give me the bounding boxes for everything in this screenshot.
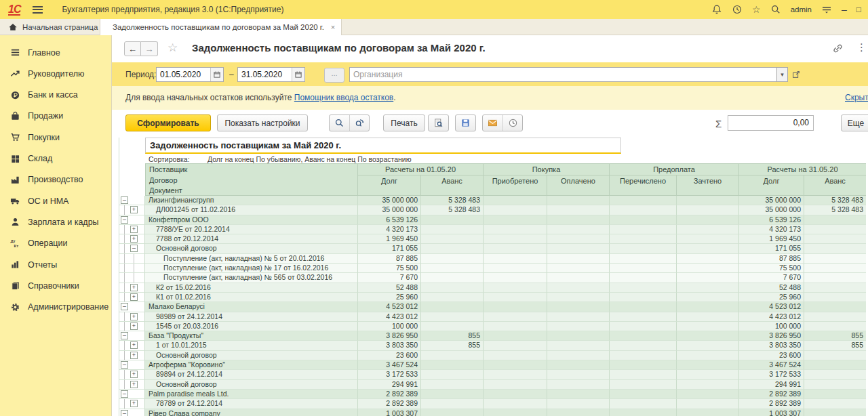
minimize-icon[interactable]: – [842, 5, 847, 14]
assistant-link[interactable]: Помощник ввода остатков [294, 93, 393, 102]
sidebar-item-directories[interactable]: Справочники [0, 275, 112, 296]
organization-open-icon[interactable] [790, 68, 802, 81]
hide-link[interactable]: Скрыть [845, 93, 868, 102]
more-menu-icon[interactable]: ⋮ [856, 41, 867, 54]
forward-button[interactable]: → [141, 41, 158, 56]
sidebar-item-operations[interactable]: ДтКтОперации [0, 233, 112, 254]
sidebar-item-warehouse[interactable]: Склад [0, 148, 112, 169]
print-button[interactable]: Печать [383, 115, 425, 131]
table-row[interactable]: –Palm paradise meals Ltd.2 892 3892 892 … [119, 390, 866, 399]
table-row[interactable]: +98989 от 24.12.20144 423 0124 423 012 [119, 312, 866, 322]
table-row[interactable]: Поступление (акт, накладная) № 5 от 20.0… [119, 254, 866, 264]
column-header[interactable]: Аванс [421, 175, 484, 196]
table-row[interactable]: –База "Продукты"3 826 9508553 826 950855 [119, 331, 866, 341]
sum-field[interactable]: 0,00 [728, 115, 814, 131]
column-header[interactable]: Аванс [804, 175, 866, 196]
organization-field[interactable]: Организация [349, 67, 777, 82]
expander-icon[interactable]: + [130, 323, 138, 330]
sidebar-item-bank[interactable]: Банк и касса [0, 85, 112, 106]
show-settings-button[interactable]: Показать настройки [217, 115, 308, 131]
sidebar-item-purchases[interactable]: Покупки [0, 127, 112, 148]
table-row[interactable]: +К1 от 01.02.201625 96025 960 [119, 293, 866, 302]
find-icon[interactable] [330, 115, 349, 131]
table-row[interactable]: –Агроферма "Коровино"3 467 5243 467 524 [119, 360, 866, 370]
table-row[interactable]: Поступление (акт, накладная) № 565 от 03… [119, 273, 866, 283]
table-row[interactable]: +К2 от 15.02.201652 48852 488 [119, 283, 866, 293]
expander-icon[interactable]: + [130, 381, 138, 388]
table-row[interactable]: +7788 от 20.12.20141 969 4501 969 450 [119, 234, 866, 244]
search-icon[interactable] [770, 4, 781, 15]
expander-icon[interactable]: – [121, 196, 128, 204]
more-button[interactable]: Еще [841, 115, 868, 131]
expander-icon[interactable]: + [130, 293, 138, 301]
table-row[interactable]: –Лизингфинансгрупп35 000 0005 328 48335 … [119, 196, 866, 205]
sidebar-item-admin[interactable]: Администрирование [0, 297, 112, 318]
sidebar-item-production[interactable]: Производство [0, 169, 112, 190]
refresh-search-icon[interactable] [349, 115, 369, 131]
table-row[interactable]: +89894 от 24.12.20143 172 5333 172 533 [119, 370, 866, 379]
print-preview-icon[interactable] [429, 115, 448, 131]
tab-report[interactable]: Задолженность поставщикам по договорам з… [100, 19, 342, 35]
main-menu-icon[interactable] [33, 6, 43, 14]
expander-icon[interactable]: – [121, 390, 128, 398]
expander-icon[interactable]: + [130, 341, 138, 349]
history-icon[interactable] [732, 4, 743, 15]
sidebar-item-reports[interactable]: Отчеты [0, 254, 112, 275]
schedule-icon[interactable] [502, 115, 522, 131]
expander-icon[interactable]: + [130, 352, 138, 359]
tab-home-page[interactable]: Начальная страница [0, 19, 100, 35]
favorite-star-icon[interactable]: ☆ [167, 41, 178, 55]
column-header[interactable]: Долг [358, 175, 421, 196]
table-row[interactable]: +7788/УЕ от 20.12.20144 320 1734 320 173 [119, 225, 866, 234]
column-header[interactable]: Оплачено [547, 175, 610, 196]
expander-icon[interactable]: – [121, 303, 128, 310]
table-row[interactable]: Поступление (акт, накладная) № 17 от 16.… [119, 264, 866, 273]
get-link-icon[interactable] [832, 43, 844, 57]
column-header[interactable]: Долг [739, 175, 804, 196]
table-row[interactable]: +Основной договор23 60023 600 [119, 351, 866, 360]
table-row[interactable]: –Конфетпром ООО6 539 1266 539 126 [119, 215, 866, 225]
sidebar-item-assets[interactable]: ОС и НМА [0, 190, 112, 211]
user-menu-icon[interactable] [821, 4, 832, 15]
table-row[interactable]: +ДЛ001245 от 11.02.201635 000 0005 328 4… [119, 205, 866, 215]
expander-icon[interactable]: + [130, 400, 138, 407]
expander-icon[interactable]: + [130, 284, 138, 291]
sidebar-item-sales[interactable]: Продажи [0, 106, 112, 127]
save-icon[interactable] [456, 115, 475, 131]
organization-dropdown-icon[interactable]: ▾ [777, 67, 788, 82]
table-row[interactable]: –Малако Беларусi4 523 0124 523 012 [119, 302, 866, 312]
current-user[interactable]: admin [791, 5, 812, 14]
expander-icon[interactable]: – [121, 410, 128, 416]
back-button[interactable]: ← [124, 41, 141, 56]
expander-icon[interactable]: + [130, 313, 138, 320]
table-row[interactable]: +78789 от 24.12.20142 892 3892 892 389 [119, 399, 866, 409]
expander-icon[interactable]: – [121, 332, 128, 339]
table-row[interactable]: –Основной договор171 055171 055 [119, 244, 866, 253]
expander-icon[interactable]: + [130, 371, 138, 378]
email-icon[interactable] [483, 115, 502, 131]
column-header[interactable]: Зачтено [677, 175, 739, 196]
table-row[interactable]: +Основной договор294 991294 991 [119, 380, 866, 390]
table-row[interactable]: +1 от 10.01.20153 803 3508553 803 350855 [119, 341, 866, 350]
expander-icon[interactable]: – [121, 216, 128, 224]
expander-icon[interactable]: + [130, 206, 138, 213]
maximize-icon[interactable]: □ [856, 5, 861, 14]
table-row[interactable]: –Рівер Слава company1 003 3071 003 307 [119, 409, 866, 416]
tab-close-icon[interactable]: × [331, 23, 335, 31]
period-options-button[interactable]: ... [324, 68, 344, 83]
date-from-field[interactable]: 01.05.2020 [156, 67, 224, 82]
table-row[interactable]: +1545 от 20.03.2016100 000100 000 [119, 322, 866, 331]
expander-icon[interactable]: – [121, 361, 128, 369]
column-header[interactable]: Приобретено [484, 175, 547, 196]
sidebar-item-trend[interactable]: Руководителю [0, 63, 112, 84]
sidebar-item-menu[interactable]: Главное [0, 42, 112, 63]
bell-icon[interactable] [711, 4, 722, 15]
expander-icon[interactable]: + [130, 235, 138, 243]
expander-icon[interactable]: – [130, 245, 138, 252]
favorites-star-icon[interactable]: ☆ [752, 5, 761, 14]
sidebar-item-salary[interactable]: Зарплата и кадры [0, 211, 112, 232]
generate-button[interactable]: Сформировать [125, 115, 211, 131]
calendar-icon[interactable] [292, 68, 304, 81]
expander-icon[interactable]: + [130, 226, 138, 233]
date-to-field[interactable]: 31.05.2020 [237, 67, 305, 82]
